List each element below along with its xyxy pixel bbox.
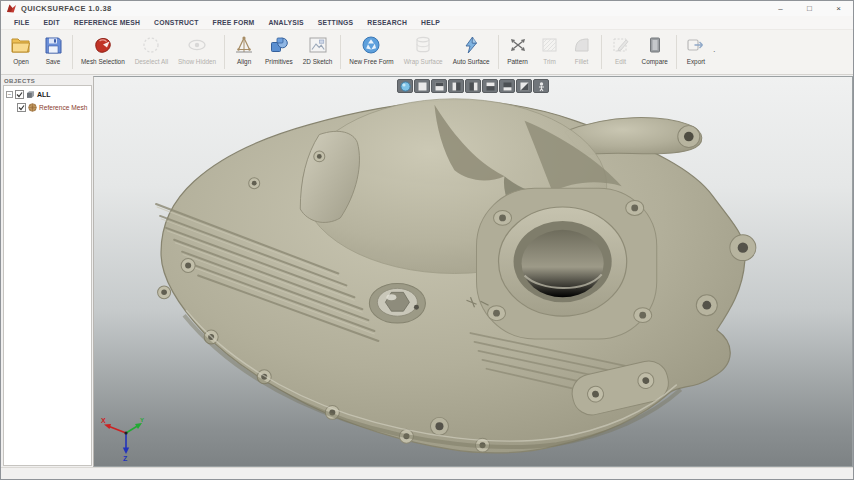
trim-label: Trim [543,58,556,65]
sketch-2d-button[interactable]: 2D Sketch [298,32,337,74]
view-front-button[interactable] [414,79,430,93]
compare-icon [644,33,666,57]
tree-item-reference-mesh[interactable]: Reference Mesh [4,101,91,114]
maximize-button[interactable]: □ [795,1,824,16]
trim-icon [539,33,561,57]
show-hidden-button: Show Hidden [173,32,221,74]
open-button[interactable]: Open [5,32,37,74]
main-toolbar: Open Save Mesh Selection Deselect All Sh… [1,30,853,75]
open-label: Open [13,58,29,65]
menu-analysis[interactable]: ANALYSIS [261,19,310,26]
primitives-label: Primitives [265,58,293,65]
sketch-2d-label: 2D Sketch [303,58,332,65]
toolbar-separator [72,35,73,69]
mesh-selection-icon [92,33,114,57]
view-right-button[interactable] [465,79,481,93]
new-free-form-button[interactable]: New Free Form [344,32,398,74]
menu-construct[interactable]: CONSTRUCT [147,19,205,26]
export-button[interactable]: Export [680,32,712,74]
tree-expander-icon[interactable]: − [6,91,13,98]
pattern-label: Pattern [507,58,528,65]
export-label: Export [687,58,705,65]
objects-tree: − ALL Reference Mesh [3,85,92,466]
align-label: Align [237,58,251,65]
menu-help[interactable]: HELP [414,19,447,26]
menu-reference-mesh[interactable]: REFERENCE MESH [67,19,147,26]
window-title: QUICKSURFACE 1.0.38 [21,4,112,13]
toolbar-separator [676,35,677,69]
wrap-surface-label: Wrap Surface [404,58,443,65]
app-window: QUICKSURFACE 1.0.38 – □ × FILE EDIT REFE… [0,0,854,480]
show-hidden-icon [186,33,208,57]
deselect-all-icon [141,33,161,57]
deselect-all-label: Deselect All [135,58,168,65]
save-floppy-icon [43,33,63,57]
edit-label: Edit [615,58,626,65]
viewport-3d[interactable]: X Y Z [93,76,853,467]
status-bar [1,467,853,479]
compare-button[interactable]: Compare [637,32,673,74]
tree-item-all[interactable]: − ALL [4,88,91,101]
menu-research[interactable]: RESEARCH [360,19,414,26]
menu-edit[interactable]: EDIT [37,19,67,26]
menu-bar: FILE EDIT REFERENCE MESH CONSTRUCT FREE … [1,16,853,30]
primitives-button[interactable]: Primitives [260,32,298,74]
mesh-sphere-icon [28,103,37,112]
view-toolbar [397,79,549,93]
checkbox-all[interactable] [15,90,24,99]
trim-button: Trim [534,32,566,74]
compare-label: Compare [642,58,668,65]
checkbox-reference-mesh[interactable] [17,103,26,112]
edit-icon [610,33,632,57]
fillet-button: Fillet [566,32,598,74]
reference-mesh-model[interactable] [94,77,852,466]
wrap-surface-icon [412,33,434,57]
view-isometric-button[interactable] [516,79,532,93]
primitives-icon [268,33,290,57]
sketch-2d-icon [307,33,329,57]
fillet-label: Fillet [575,58,589,65]
view-left-button[interactable] [448,79,464,93]
wrap-surface-button: Wrap Surface [399,32,448,74]
axis-z-label: Z [123,455,128,462]
view-orbit-button[interactable] [397,79,413,93]
axis-y-label: Y [140,417,144,423]
align-icon [233,33,255,57]
pattern-icon [507,33,529,57]
close-button[interactable]: × [824,1,853,16]
mesh-selection-button[interactable]: Mesh Selection [76,32,130,74]
title-bar: QUICKSURFACE 1.0.38 – □ × [1,1,853,16]
toolbar-separator [224,35,225,69]
fillet-icon [571,33,593,57]
view-camera-button[interactable] [533,79,549,93]
minimize-button[interactable]: – [766,1,795,16]
new-free-form-icon [360,33,382,57]
toolbar-separator [601,35,602,69]
axis-triad: X Y Z [100,416,146,462]
align-button[interactable]: Align [228,32,260,74]
deselect-all-button: Deselect All [130,32,173,74]
objects-panel-header: OBJECTS [3,76,92,85]
toolbar-separator [340,35,341,69]
group-cube-icon [26,90,35,99]
menu-file[interactable]: FILE [7,19,37,26]
tree-item-all-label: ALL [37,91,51,98]
menu-settings[interactable]: SETTINGS [311,19,361,26]
save-label: Save [46,58,61,65]
view-top-button[interactable] [482,79,498,93]
view-back-button[interactable] [431,79,447,93]
save-button[interactable]: Save [37,32,69,74]
toolbar-overflow-dot[interactable]: . [712,44,719,62]
open-folder-icon [10,33,32,57]
edit-button: Edit [605,32,637,74]
pattern-button[interactable]: Pattern [502,32,534,74]
objects-panel: OBJECTS − ALL Reference Mesh [1,76,93,467]
menu-free-form[interactable]: FREE FORM [206,19,262,26]
mesh-selection-label: Mesh Selection [81,58,125,65]
toolbar-separator [498,35,499,69]
view-bottom-button[interactable] [499,79,515,93]
auto-surface-label: Auto Surface [453,58,490,65]
axis-x-label: X [101,417,106,424]
auto-surface-icon [460,33,482,57]
auto-surface-button[interactable]: Auto Surface [448,32,495,74]
